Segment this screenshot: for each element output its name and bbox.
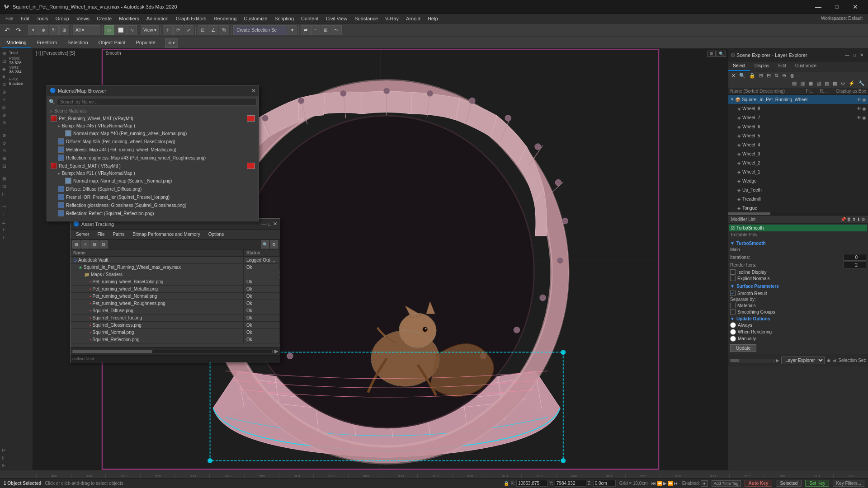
ts-isoline-cb[interactable] (730, 269, 736, 275)
modifier-del[interactable]: 🗑 (847, 217, 851, 222)
left-icon-17[interactable]: ⊡ (0, 183, 8, 190)
render-wheel8[interactable]: ◉ (862, 106, 866, 111)
asset-maximize[interactable]: □ (268, 221, 271, 227)
scene-explorer-maximize[interactable]: □ (851, 52, 858, 59)
left-icon-bottom-2[interactable]: ⊩ (0, 454, 8, 461)
ts-smooth-cb[interactable] (730, 291, 736, 296)
menubar-edit[interactable]: Edit (17, 15, 33, 22)
asset-row-maps[interactable]: 📁 Maps / Shaders (71, 271, 280, 278)
left-icon-8[interactable]: ◎ (0, 103, 8, 111)
modifier-editable-poly[interactable]: Editable Poly (729, 231, 867, 238)
snap-angle-btn[interactable]: ∠ (208, 25, 218, 35)
scene-explorer-minimize[interactable]: — (844, 52, 851, 59)
select-mode-btn[interactable]: ✦ (28, 25, 38, 35)
modifier-up[interactable]: ⬆ (852, 217, 856, 222)
add-time-tag-btn[interactable]: Add Time Tag (712, 480, 741, 487)
x-value-input[interactable] (516, 480, 548, 487)
turbosmooth-checkbox[interactable]: ☑ (731, 226, 735, 230)
mat-gloss[interactable]: Reflection glossiness: Glossiness (Squir… (56, 201, 257, 209)
asset-row-img5[interactable]: ▪ Squirrel_Diffuse.png Ok (71, 307, 280, 314)
minimize-btn[interactable]: — (809, 0, 827, 14)
asset-row-maxfile[interactable]: ◈ Squirrel_in_Pet_Running_Wheel_max_vray… (71, 264, 280, 271)
create-selection-btn[interactable]: Create Selection Se (233, 25, 288, 35)
left-icon-bottom-3[interactable]: ⊪ (0, 462, 8, 469)
menubar-animation[interactable]: Animation (143, 15, 172, 22)
select-region-btn[interactable]: ⬜ (115, 25, 127, 35)
scene-item-wheel6[interactable]: ◈ Wheel_6 (728, 122, 868, 131)
asset-row-img9[interactable]: ▪ Squirrel_Reflection.png Ok (71, 336, 280, 343)
menubar-help[interactable]: Help (424, 15, 442, 22)
mat-metalness[interactable]: Metalness: Map #44 (Pet_running_wheel_Me… (56, 145, 257, 154)
redo-btn[interactable]: ↷ (13, 25, 24, 35)
mat-bump-vray[interactable]: ▸ Bump: Map #45 ( VRayNormalMap ) (56, 122, 257, 129)
ts-manually-radio[interactable] (730, 336, 736, 342)
modifier-pin[interactable]: 📌 (840, 217, 846, 222)
asset-tb-5[interactable]: 🔍 (261, 240, 269, 249)
menubar-graph-editors[interactable]: Graph Editors (172, 15, 210, 22)
panel-tab-display[interactable]: Display (750, 61, 774, 71)
create-sel-dropdown[interactable]: ▾ (288, 25, 297, 35)
mat-reflect[interactable]: Reflection: Reflect (Squirrel_Reflection… (56, 209, 257, 217)
curve-btn[interactable]: 〜 (331, 25, 342, 35)
panel-icon2[interactable]: ⊟ (832, 357, 836, 363)
tab-populate[interactable]: Populate (131, 38, 160, 48)
left-icon-20[interactable]: ⊤ (0, 211, 8, 218)
panel-tab-select[interactable]: Select (728, 61, 750, 71)
asset-row-img1[interactable]: ▪ Pet_running_wheel_BaseColor.png Ok (71, 278, 280, 286)
asset-row-img7[interactable]: ▪ Squirrel_Glossiness.png Ok (71, 322, 280, 329)
tab-freeform[interactable]: Freeform (33, 38, 62, 48)
scene-tb-settings4[interactable]: ▧ (815, 80, 822, 87)
mat-roughness[interactable]: Reflection roughness: Map #43 (Pet_runni… (56, 154, 257, 162)
scene-tb-expand[interactable]: ⊞ (758, 72, 764, 79)
mat-item-squirrel[interactable]: Red_Squirrel_MAT ( VRayMtl ) (49, 162, 257, 170)
asset-tb-3[interactable]: ⊟ (90, 240, 99, 249)
menubar-customize[interactable]: Customize (240, 15, 271, 22)
left-icon-18[interactable]: ⊢ (0, 190, 8, 197)
menubar-arnold[interactable]: Arnold (402, 15, 424, 22)
mat-browser-close[interactable]: ✕ (251, 88, 256, 94)
panel-icon1[interactable]: ⊞ (826, 357, 830, 363)
playback-next[interactable]: ⏩ (668, 481, 673, 486)
menubar-modifiers[interactable]: Modifiers (115, 15, 143, 22)
filter-dropdown[interactable]: All ▾ (73, 25, 100, 35)
maximize-btn[interactable]: □ (828, 0, 846, 14)
set-key-btn[interactable]: Set Key (805, 480, 829, 487)
asset-menu-options[interactable]: Options (205, 231, 227, 238)
snap-pct-btn[interactable]: % (219, 25, 229, 35)
left-icon-22[interactable]: ⊦ (0, 226, 8, 233)
scene-item-wheel7[interactable]: ◈ Wheel_7 👁 ◉ (728, 113, 868, 122)
left-icon-7[interactable]: ✧ (0, 96, 8, 103)
menubar-scripting[interactable]: Scripting (271, 15, 297, 22)
scene-tb-settings2[interactable]: ▥ (799, 80, 806, 87)
left-icon-3[interactable]: ◈ (0, 65, 8, 72)
scene-item-wheel2[interactable]: ◈ Wheel_2 (728, 158, 868, 167)
move-btn[interactable]: ✛ (163, 25, 173, 35)
rotate-btn[interactable]: ↻ (49, 25, 59, 35)
scene-tb-sort[interactable]: ⇅ (773, 72, 780, 79)
playback-next-frame[interactable]: ⏭ (674, 481, 679, 486)
panel-scroll-right[interactable]: ▶ (776, 358, 779, 363)
eye-wheel7[interactable]: 👁 (857, 115, 861, 120)
tab-extras-btn[interactable]: ⊕ ▾ (165, 38, 179, 48)
ts-update-btn[interactable]: Update (730, 344, 756, 352)
scene-tb-settings8[interactable]: ⚡ (847, 80, 856, 87)
panel-tab-customize[interactable]: Customize (791, 61, 821, 71)
scene-tb-lock[interactable]: 🔒 (748, 72, 757, 79)
mat-fresnel[interactable]: Fresnel IOR: Fresnel_Ior (Squirrel_Fresn… (56, 193, 257, 201)
scene-tb-filter[interactable]: 🔍 (738, 72, 747, 79)
scene-tb-settings6[interactable]: ▩ (831, 80, 839, 87)
select-object-btn[interactable]: ▷ (104, 25, 114, 35)
scene-item-treadmill[interactable]: ◈ Treadmill (728, 194, 868, 203)
auto-key-btn[interactable]: Auto Key (745, 480, 773, 487)
material-browser-titlebar[interactable]: 🔵 Material/Map Browser ✕ (47, 85, 259, 96)
menubar-substance[interactable]: Substance (351, 15, 382, 22)
menubar-vray[interactable]: V-Ray (382, 15, 402, 22)
scene-tb-settings5[interactable]: ▨ (823, 80, 830, 87)
asset-menu-server[interactable]: Server (72, 231, 93, 238)
ts-when-rendering-radio[interactable] (730, 329, 736, 335)
asset-scroll-right[interactable]: ▶ (274, 348, 278, 354)
left-icon-19[interactable]: ⊣ (0, 203, 8, 210)
asset-tb-2[interactable]: ≡ (81, 240, 90, 249)
menubar-file[interactable]: File (2, 15, 17, 22)
modifier-dn[interactable]: ⬇ (857, 217, 860, 222)
